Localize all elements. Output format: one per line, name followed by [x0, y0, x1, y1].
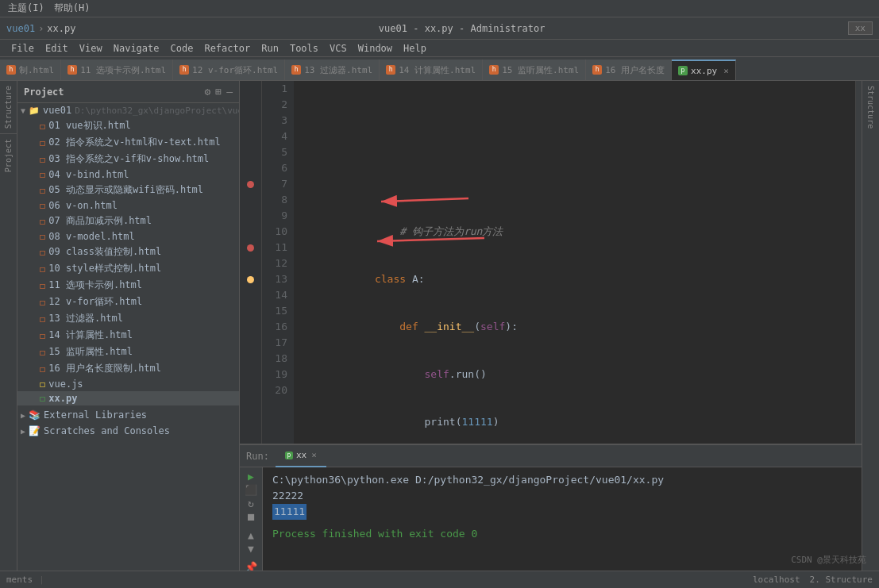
menu-tools[interactable]: Tools	[285, 43, 323, 54]
status-tab-label: ments	[6, 575, 33, 585]
sidebar-item-16[interactable]: ◻ 16 用户名长度限制.html	[17, 360, 239, 377]
code-line-6: print(11111)	[300, 398, 849, 414]
status-structure[interactable]: 2. Structure	[810, 575, 873, 585]
run-rerun-btn[interactable]: ↻	[243, 498, 259, 509]
tab-label-5: 14 计算属性.html	[399, 64, 476, 76]
menu-file[interactable]: File	[6, 43, 39, 54]
menu-code[interactable]: Code	[166, 43, 199, 54]
line-numbers: 1 2 3 4 5 6 7 8 9 10 11 12 13 14 15 16 1	[262, 81, 294, 444]
toolbar-breadcrumb-project[interactable]: vue01	[6, 23, 35, 34]
fn-init-4: __init__	[425, 321, 475, 332]
project-label-side[interactable]: Project	[2, 134, 15, 177]
html-file-icon-16: ◻	[40, 363, 45, 375]
code-content[interactable]: # 钩子方法为run方法 class A: def __init__(self)…	[294, 81, 855, 444]
menu-view[interactable]: View	[75, 43, 107, 54]
file-label-13: 13 过滤器.html	[48, 312, 123, 325]
sidebar-item-05[interactable]: ◻ 05 动态显示或隐藏wifi密码.html	[17, 182, 239, 198]
tree-root[interactable]: ▼ 📁 vue01 D:\python32_gx\djangoProject\v…	[17, 103, 239, 117]
toolbar-breadcrumb-file[interactable]: xx.py	[47, 23, 75, 34]
html-file-icon-06: ◻	[40, 200, 45, 211]
html-file-icon-07: ◻	[40, 216, 45, 227]
html-file-icon-10: ◻	[40, 263, 45, 275]
editor-area: 1 2 3 4 5 6 7 8 9 10 11 12 13 14 15 16 1	[240, 81, 862, 571]
tab-html-1[interactable]: h 制.html	[0, 60, 61, 80]
scratches-header[interactable]: ▶ 📝 Scratches and Consoles	[17, 423, 239, 439]
code-line-5: self.run()	[300, 351, 849, 367]
run-panel: Run: p xx × ▶ ⬛ ↻ ⏹ ▲	[240, 444, 862, 571]
sidebar-item-14[interactable]: ◻ 14 计算属性.html	[17, 327, 239, 344]
sidebar-icons: ⚙ ⊞ –	[205, 86, 233, 98]
sidebar-item-04[interactable]: ◻ 04 v-bind.html	[17, 167, 239, 182]
run-scroll-down-btn[interactable]: ▼	[243, 543, 259, 555]
file-label-04: 04 v-bind.html	[48, 169, 129, 180]
file-label-07: 07 商品加减示例.html	[48, 214, 152, 228]
run-play-btn[interactable]: ▶	[243, 471, 259, 482]
sidebar-item-xxpy[interactable]: ◻ xx.py	[17, 391, 239, 405]
bookmark-13	[247, 276, 254, 283]
menu-help[interactable]: Help	[399, 43, 431, 54]
sidebar-item-10[interactable]: ◻ 10 style样式控制.html	[17, 260, 239, 277]
tab-html-2[interactable]: h 11 选项卡示例.html	[61, 60, 173, 80]
ln-11: 11	[268, 240, 287, 256]
run-pin-btn[interactable]: 📌	[243, 561, 259, 571]
gutter-19	[240, 367, 261, 382]
ln-5: 5	[268, 144, 287, 160]
run-toolbar: ▶ ⬛ ↻ ⏹ ▲ ▼ 📌 🖨 🗑	[240, 467, 263, 571]
sidebar-item-06[interactable]: ◻ 06 v-on.html	[17, 198, 239, 213]
tab-html-icon-2: h	[67, 65, 77, 75]
tab-label-6: 15 监听属性.html	[502, 64, 579, 76]
tab-html-4[interactable]: h 13 过滤器.html	[285, 60, 380, 80]
tab-py-xx[interactable]: p xx.py ×	[672, 60, 736, 80]
structure-label[interactable]: Structure	[2, 81, 15, 133]
sidebar-item-07[interactable]: ◻ 07 商品加减示例.html	[17, 213, 239, 229]
tab-html-3[interactable]: h 12 v-for循环.html	[173, 60, 285, 80]
ln-10: 10	[268, 224, 287, 240]
run-scroll-up-btn[interactable]: ▲	[243, 529, 259, 541]
run-tab-close[interactable]: ×	[311, 450, 317, 460]
window-close-btn[interactable]: xx	[848, 21, 873, 35]
tab-html-icon-4: h	[291, 65, 301, 75]
menu-refactor[interactable]: Refactor	[199, 43, 255, 54]
menu-edit[interactable]: Edit	[40, 43, 73, 54]
sidebar-collapse-icon[interactable]: –	[226, 86, 233, 98]
tab-close-icon[interactable]: ×	[723, 66, 729, 76]
tab-html-5[interactable]: h 14 计算属性.html	[380, 60, 483, 80]
menu-navigate[interactable]: Navigate	[109, 43, 164, 54]
run-label: Run:	[240, 451, 276, 462]
menu-help[interactable]: 帮助(H)	[49, 2, 95, 15]
run-stop-top-btn[interactable]: ⬛	[243, 484, 259, 496]
sidebar-item-15[interactable]: ◻ 15 监听属性.html	[17, 344, 239, 360]
run-stop-btn[interactable]: ⏹	[243, 511, 259, 523]
file-label-06: 06 v-on.html	[48, 200, 118, 211]
menu-theme[interactable]: 主题(I)	[3, 2, 49, 15]
sidebar-item-13[interactable]: ◻ 13 过滤器.html	[17, 310, 239, 327]
tab-html-6[interactable]: h 15 监听属性.html	[483, 60, 586, 80]
tab-html-7[interactable]: h 16 用户名长度	[586, 60, 672, 80]
gutter-13	[240, 271, 261, 287]
js-file-icon: ◻	[40, 379, 45, 390]
menu-window[interactable]: Window	[353, 43, 397, 54]
ln-2: 2	[268, 97, 287, 113]
menu-vcs[interactable]: VCS	[325, 43, 352, 54]
external-libraries-header[interactable]: ▶ 📚 External Libraries	[17, 407, 239, 423]
right-structure-btn[interactable]: Structure	[864, 81, 877, 133]
status-localhost[interactable]: localhost	[753, 575, 800, 585]
sidebar-item-12[interactable]: ◻ 12 v-for循环.html	[17, 294, 239, 310]
sidebar-layout-icon[interactable]: ⊞	[215, 86, 222, 98]
sidebar-item-08[interactable]: ◻ 08 v-model.html	[17, 229, 239, 244]
gutter-14	[240, 287, 261, 303]
sidebar-item-03[interactable]: ◻ 03 指令系统之v-if和v-show.html	[17, 151, 239, 167]
sidebar-item-02[interactable]: ◻ 02 指令系统之v-html和v-text.html	[17, 134, 239, 151]
html-file-icon-02: ◻	[40, 137, 45, 148]
py-file-icon: ◻	[40, 393, 45, 404]
sidebar-item-01[interactable]: ◻ 01 vue初识.html	[17, 117, 239, 134]
sidebar-item-vuejs[interactable]: ◻ vue.js	[17, 377, 239, 391]
self-5: self	[425, 368, 449, 380]
run-tab-xx[interactable]: p xx ×	[276, 445, 326, 467]
menu-run[interactable]: Run	[256, 43, 283, 54]
sidebar-item-09[interactable]: ◻ 09 class装值控制.html	[17, 244, 239, 260]
gutter-5	[240, 144, 261, 160]
editor-scrollbar[interactable]	[855, 81, 862, 444]
sidebar-item-11[interactable]: ◻ 11 选项卡示例.html	[17, 277, 239, 294]
sidebar-gear-icon[interactable]: ⚙	[205, 86, 211, 98]
